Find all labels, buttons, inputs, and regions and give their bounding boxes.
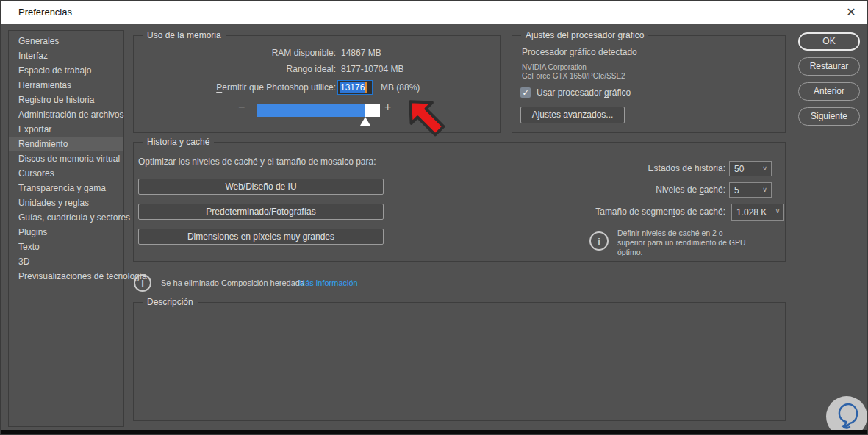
sidebar-item-administracion-de-archivos[interactable]: Administración de archivos bbox=[9, 107, 123, 122]
restore-button[interactable]: Restaurar bbox=[798, 57, 860, 76]
gpu-group-title: Ajustes del procesador gráfico bbox=[521, 30, 648, 40]
memory-slider-thumb[interactable] bbox=[360, 117, 370, 126]
let-photoshop-use-label: Permitir que Photoshop utilice: bbox=[134, 82, 336, 93]
window-bottom-edge bbox=[1, 430, 868, 434]
titlebar: Preferencias ✕ bbox=[1, 1, 868, 24]
description-group-title: Descripción bbox=[143, 297, 198, 307]
gpu-card: GeForce GTX 1650/PCIe/SSE2 bbox=[522, 72, 625, 80]
history-states-value: 50 bbox=[730, 164, 758, 174]
slider-decrease-button[interactable]: − bbox=[238, 101, 245, 114]
sidebar-item-rendimiento[interactable]: Rendimiento bbox=[9, 137, 123, 151]
memory-group-title: Uso de la memoria bbox=[143, 30, 226, 40]
cache-tile-size-label: Tamaño de segmentos de caché: bbox=[505, 206, 725, 217]
ok-button[interactable]: OK bbox=[798, 32, 860, 51]
red-arrow-annotation bbox=[400, 89, 454, 148]
close-icon[interactable]: ✕ bbox=[842, 4, 860, 21]
memory-amount-input[interactable]: 13176 bbox=[337, 80, 373, 95]
sidebar-item-herramientas[interactable]: Herramientas bbox=[9, 78, 123, 93]
gpu-vendor: NVIDIA Corporation bbox=[522, 63, 587, 71]
description-group: Descripción bbox=[133, 302, 786, 421]
slider-increase-button[interactable]: + bbox=[384, 101, 391, 114]
advanced-settings-button[interactable]: Ajustes avanzados... bbox=[520, 107, 625, 123]
cache-levels-label: Niveles de caché: bbox=[505, 184, 725, 195]
ram-available-label: RAM disponible: bbox=[134, 48, 336, 58]
cache-tile-size-dropdown[interactable]: 1.028 K ∨ bbox=[731, 204, 784, 221]
checkbox-checked-icon[interactable]: ✓ bbox=[520, 87, 531, 98]
sidebar-item-cursores[interactable]: Cursores bbox=[9, 166, 123, 181]
sidebar-item-texto[interactable]: Texto bbox=[9, 240, 123, 254]
ram-available-value: 14867 MB bbox=[341, 48, 381, 58]
sidebar-item-registro-de-historia[interactable]: Registro de historia bbox=[9, 93, 123, 107]
preferences-sidebar: Generales Interfaz Espacio de trabajo He… bbox=[8, 30, 124, 427]
dialog-title: Preferencias bbox=[18, 7, 72, 18]
history-cache-group: Historia y caché Optimizar los niveles d… bbox=[133, 142, 786, 262]
sidebar-item-guias-cuadricula-y-sectores[interactable]: Guías, cuadrícula y sectores bbox=[9, 210, 123, 225]
gpu-detected-label: Procesador gráfico detectado bbox=[522, 47, 637, 57]
cache-levels-dropdown[interactable]: 5 ∨ bbox=[729, 182, 772, 198]
info-icon: i bbox=[589, 231, 609, 251]
sidebar-item-plugins[interactable]: Plugins bbox=[9, 225, 123, 240]
sidebar-item-espacio-de-trabajo[interactable]: Espacio de trabajo bbox=[9, 63, 123, 78]
sidebar-item-discos-de-memoria-virtual[interactable]: Discos de memoria virtual bbox=[9, 151, 123, 166]
preset-default-photos-button[interactable]: Predeterminado/Fotografías bbox=[138, 204, 384, 220]
gpu-settings-group: Ajustes del procesador gráfico Procesado… bbox=[512, 35, 786, 133]
ideal-range-value: 8177-10704 MB bbox=[341, 64, 403, 74]
use-gpu-checkbox-row[interactable]: ✓ Usar procesador gráfico bbox=[520, 87, 631, 98]
sidebar-item-generales[interactable]: Generales bbox=[9, 34, 123, 48]
use-gpu-label: Usar procesador gráfico bbox=[537, 87, 631, 98]
history-states-label: Estados de historia: bbox=[505, 163, 725, 173]
optimize-cache-label: Optimizar los niveles de caché y el tama… bbox=[138, 157, 376, 167]
previous-button[interactable]: Anterior bbox=[798, 82, 860, 101]
text-caret bbox=[365, 82, 367, 93]
sidebar-item-unidades-y-reglas[interactable]: Unidades y reglas bbox=[9, 195, 123, 210]
chevron-down-icon: ∨ bbox=[758, 162, 771, 176]
memory-slider-fill bbox=[257, 104, 365, 117]
ideal-range-label: Rango ideal: bbox=[134, 64, 336, 74]
more-info-link[interactable]: Más información bbox=[298, 278, 358, 287]
cache-levels-value: 5 bbox=[730, 185, 758, 195]
sidebar-item-transparencia-y-gama[interactable]: Transparencia y gama bbox=[9, 181, 123, 195]
next-button[interactable]: Siguiente bbox=[798, 107, 860, 126]
info-icon: i bbox=[134, 274, 151, 292]
history-group-title: Historia y caché bbox=[143, 137, 214, 147]
memory-amount-selected-text: 13176 bbox=[340, 82, 365, 93]
chevron-down-icon: ∨ bbox=[758, 183, 771, 197]
history-states-dropdown[interactable]: 50 ∨ bbox=[729, 161, 772, 176]
gpu-cache-hint-text: Definir niveles de caché en 2 o superior… bbox=[617, 229, 746, 257]
sidebar-item-exportar[interactable]: Exportar bbox=[9, 122, 123, 137]
legacy-removed-text: Se ha eliminado Composición heredada bbox=[161, 278, 304, 287]
sidebar-item-interfaz[interactable]: Interfaz bbox=[9, 48, 123, 63]
sidebar-item-3d[interactable]: 3D bbox=[9, 254, 123, 269]
memory-slider-track[interactable] bbox=[257, 104, 380, 117]
preferences-dialog: Preferencias ✕ Generales Interfaz Espaci… bbox=[0, 0, 868, 435]
sidebar-item-previsualizaciones-de-tecnologia[interactable]: Previsualizaciones de tecnología bbox=[9, 269, 123, 284]
watermark-logo bbox=[825, 395, 868, 435]
preset-huge-pixel-dimensions-button[interactable]: Dimensiones en píxeles muy grandes bbox=[138, 229, 384, 245]
preset-web-ui-button[interactable]: Web/Diseño de IU bbox=[138, 179, 384, 195]
cache-tile-size-value: 1.028 K bbox=[732, 207, 772, 218]
chevron-down-icon: ∨ bbox=[772, 204, 783, 220]
